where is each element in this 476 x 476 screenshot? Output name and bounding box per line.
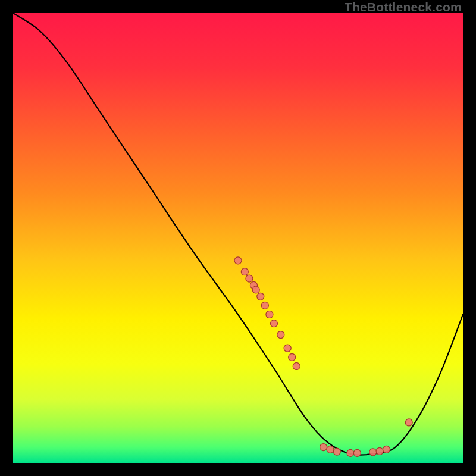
data-point — [241, 268, 248, 275]
data-point — [320, 444, 327, 451]
data-point — [252, 286, 259, 293]
data-point — [369, 449, 377, 456]
data-point — [284, 345, 291, 352]
data-point — [327, 446, 334, 453]
marker-group-cluster-right — [405, 419, 412, 426]
data-point — [405, 419, 412, 426]
data-point — [234, 257, 242, 264]
data-point — [289, 353, 296, 361]
data-point — [353, 449, 361, 456]
data-point — [376, 447, 383, 455]
data-point — [293, 362, 300, 369]
data-point — [270, 320, 277, 327]
data-point — [266, 311, 273, 318]
bottleneck-curve-chart — [13, 13, 463, 463]
data-point — [261, 302, 268, 309]
data-point — [347, 449, 354, 456]
data-point — [257, 293, 264, 300]
data-point — [383, 446, 390, 453]
data-point — [246, 275, 253, 282]
chart-frame — [13, 13, 463, 463]
gradient-background — [13, 13, 463, 463]
watermark-label: TheBottleneck.com — [345, 0, 462, 14]
data-point — [277, 331, 284, 339]
data-point — [333, 448, 340, 455]
